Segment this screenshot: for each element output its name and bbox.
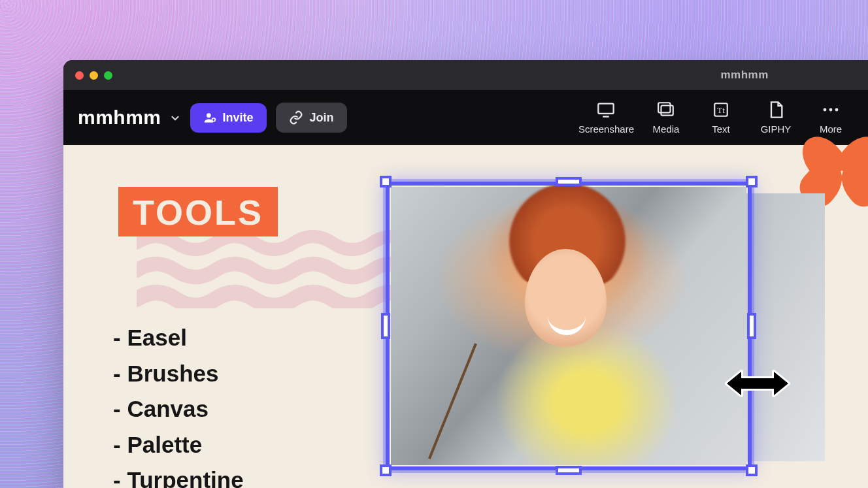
slide-heading: TOOLS (118, 187, 278, 236)
resize-handle-bottom-right[interactable] (746, 464, 758, 476)
list-item: Brushes (113, 356, 244, 392)
file-icon (768, 101, 784, 118)
monitor-icon (597, 101, 615, 118)
invite-button[interactable]: Invite (190, 103, 267, 133)
minimize-window-button[interactable] (90, 71, 98, 80)
close-window-button[interactable] (75, 71, 84, 80)
resize-handle-bottom-left[interactable] (380, 464, 392, 476)
window-title: mmhmm (721, 69, 769, 82)
resize-handle-right[interactable] (747, 313, 756, 339)
toolbar-media-label: Media (653, 123, 680, 135)
list-item: Palette (113, 427, 244, 463)
add-person-icon (203, 111, 216, 124)
app-brand-label: mmhmm (78, 106, 161, 129)
list-item: Canvas (113, 391, 244, 427)
svg-point-10 (835, 108, 839, 111)
resize-handle-top[interactable] (556, 177, 582, 186)
traffic-lights (75, 71, 112, 80)
invite-button-label: Invite (223, 111, 254, 125)
media-image[interactable] (391, 187, 746, 465)
join-button[interactable]: Join (276, 103, 347, 133)
list-item: Easel (113, 320, 244, 356)
text-icon: Tt (712, 101, 729, 118)
svg-rect-4 (661, 105, 673, 115)
resize-handle-left[interactable] (381, 313, 390, 339)
svg-point-8 (824, 108, 827, 111)
selected-media-frame[interactable] (386, 182, 752, 470)
svg-text:Tt: Tt (717, 105, 725, 115)
toolbar-giphy-label: GIPHY (761, 123, 792, 135)
toolbar-media[interactable]: Media (643, 101, 689, 135)
app-brand[interactable]: mmhmm (78, 106, 181, 129)
images-icon (657, 101, 675, 118)
join-button-label: Join (310, 111, 334, 125)
svg-rect-5 (658, 103, 670, 112)
svg-point-0 (207, 113, 211, 118)
slide-canvas[interactable]: TOOLS Easel Brushes Canvas Palette Turpe… (63, 145, 868, 488)
app-window: mmhmm mmhmm Invite Join Screensh (63, 60, 868, 488)
main-toolbar: mmhmm Invite Join Screenshare (63, 90, 868, 145)
more-horizontal-icon (822, 101, 840, 118)
svg-rect-2 (599, 103, 614, 113)
toolbar-screenshare[interactable]: Screenshare (578, 101, 634, 135)
resize-handle-top-right[interactable] (746, 176, 758, 187)
resize-handle-top-left[interactable] (380, 176, 392, 187)
toolbar-text[interactable]: Tt Text (698, 101, 744, 135)
window-titlebar[interactable]: mmhmm (63, 60, 868, 90)
link-icon (289, 110, 303, 125)
resize-handle-bottom[interactable] (556, 466, 582, 475)
brand-menu-chevron-icon[interactable] (169, 106, 181, 129)
list-item: Turpentine (113, 463, 244, 488)
zoom-window-button[interactable] (104, 71, 112, 80)
toolbar-giphy[interactable]: GIPHY (753, 101, 799, 135)
media-image (746, 193, 825, 461)
toolbar-text-label: Text (712, 123, 730, 135)
toolbar-screenshare-label: Screenshare (578, 123, 634, 135)
svg-point-9 (829, 108, 833, 111)
slide-bullet-list: Easel Brushes Canvas Palette Turpentine (113, 320, 244, 488)
